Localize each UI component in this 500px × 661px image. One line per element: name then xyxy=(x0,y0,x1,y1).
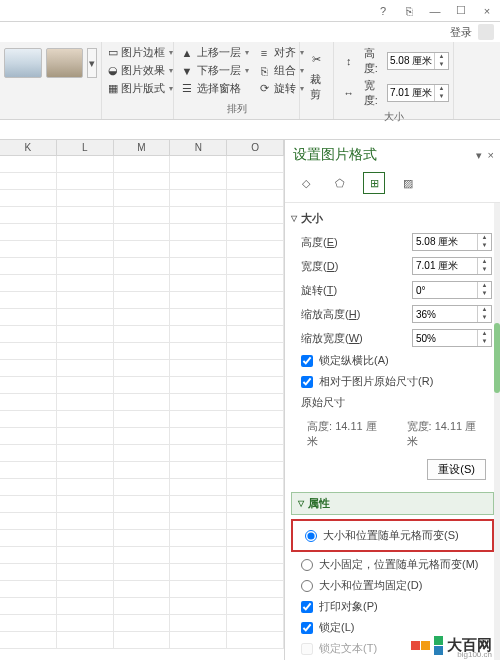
tab-fill-icon[interactable]: ◇ xyxy=(295,172,317,194)
size-section-header[interactable]: 大小 xyxy=(291,207,494,230)
group-icon: ⎘ xyxy=(257,64,271,78)
height-up[interactable]: ▲ xyxy=(435,53,448,61)
table-row[interactable] xyxy=(0,241,284,258)
ribbon-group-arrange: ▲上移一层▾ ▼下移一层▾ ☰选择窗格 ≡对齐▾ ⎘组合▾ ⟳旋转▾ 排列 xyxy=(174,42,300,119)
pane-height-spinner[interactable]: ▲▼ xyxy=(412,233,492,251)
col-l[interactable]: L xyxy=(57,140,114,155)
table-row[interactable] xyxy=(0,462,284,479)
pane-scalew-spinner[interactable]: ▲▼ xyxy=(412,329,492,347)
layout-icon: ▦ xyxy=(108,82,118,96)
picture-effects-button[interactable]: ◒图片效果▾ xyxy=(106,62,169,79)
option-move-and-size[interactable]: 大小和位置随单元格而变(S) xyxy=(295,525,490,546)
table-row[interactable] xyxy=(0,513,284,530)
table-row[interactable] xyxy=(0,615,284,632)
pane-scaleh-label: 缩放高度(H) xyxy=(301,307,360,322)
align-button[interactable]: ≡对齐▾ xyxy=(255,44,306,61)
table-row[interactable] xyxy=(0,496,284,513)
col-k[interactable]: K xyxy=(0,140,57,155)
col-o[interactable]: O xyxy=(227,140,284,155)
crop-button[interactable]: ✂ 裁剪 xyxy=(304,44,329,102)
width-down[interactable]: ▼ xyxy=(435,93,448,101)
pane-width-spinner[interactable]: ▲▼ xyxy=(412,257,492,275)
table-row[interactable] xyxy=(0,377,284,394)
bring-forward-button[interactable]: ▲上移一层▾ xyxy=(178,44,251,61)
send-backward-button[interactable]: ▼下移一层▾ xyxy=(178,62,251,79)
properties-section-header[interactable]: ▽属性 xyxy=(291,492,494,515)
pane-close-button[interactable]: × xyxy=(488,149,494,162)
table-row[interactable] xyxy=(0,581,284,598)
style-thumb-1[interactable] xyxy=(4,48,42,78)
ribbon-group-crop: ✂ 裁剪 xyxy=(300,42,334,119)
worksheet[interactable]: K L M N O xyxy=(0,140,285,660)
table-row[interactable] xyxy=(0,632,284,649)
pane-scaleh-spinner[interactable]: ▲▼ xyxy=(412,305,492,323)
table-row[interactable] xyxy=(0,394,284,411)
table-row[interactable] xyxy=(0,309,284,326)
lock-aspect-checkbox[interactable]: 锁定纵横比(A) xyxy=(291,350,494,371)
ribbon: ▾ ▭图片边框▾ ◒图片效果▾ ▦图片版式▾ ▲上移一层▾ ▼下移一层▾ ☰选择… xyxy=(0,42,500,120)
height-down[interactable]: ▼ xyxy=(435,61,448,69)
table-row[interactable] xyxy=(0,343,284,360)
height-spinner[interactable]: ▲▼ xyxy=(387,52,449,70)
locked-checkbox[interactable]: 锁定(L) xyxy=(291,617,494,638)
pane-scrollbar[interactable] xyxy=(494,203,500,660)
width-input[interactable] xyxy=(388,88,434,99)
table-row[interactable] xyxy=(0,564,284,581)
table-row[interactable] xyxy=(0,326,284,343)
table-row[interactable] xyxy=(0,207,284,224)
login-link[interactable]: 登录 xyxy=(450,25,472,40)
minimize-button[interactable]: — xyxy=(426,2,444,20)
table-row[interactable] xyxy=(0,275,284,292)
table-row[interactable] xyxy=(0,547,284,564)
height-label: 高度: xyxy=(364,46,383,76)
picture-border-button[interactable]: ▭图片边框▾ xyxy=(106,44,169,61)
width-spinner[interactable]: ▲▼ xyxy=(387,84,449,102)
col-m[interactable]: M xyxy=(114,140,171,155)
highlighted-option: 大小和位置随单元格而变(S) xyxy=(291,519,494,552)
tab-picture-icon[interactable]: ▨ xyxy=(397,172,419,194)
table-row[interactable] xyxy=(0,428,284,445)
height-icon: ↕ xyxy=(338,55,360,67)
table-row[interactable] xyxy=(0,360,284,377)
avatar[interactable] xyxy=(478,24,494,40)
table-row[interactable] xyxy=(0,598,284,615)
picture-layout-button[interactable]: ▦图片版式▾ xyxy=(106,80,169,97)
relative-original-checkbox[interactable]: 相对于图片原始尺寸(R) xyxy=(291,371,494,392)
table-row[interactable] xyxy=(0,258,284,275)
reset-button[interactable]: 重设(S) xyxy=(427,459,486,480)
table-row[interactable] xyxy=(0,479,284,496)
style-gallery-expand[interactable]: ▾ xyxy=(87,48,97,78)
option-move-only[interactable]: 大小固定，位置随单元格而变(M) xyxy=(291,554,494,575)
table-row[interactable] xyxy=(0,445,284,462)
tab-effects-icon[interactable]: ⬠ xyxy=(329,172,351,194)
selection-pane-button[interactable]: ☰选择窗格 xyxy=(178,80,251,97)
height-input[interactable] xyxy=(388,56,434,67)
print-object-checkbox[interactable]: 打印对象(P) xyxy=(291,596,494,617)
ribbon-group-size: ↕ 高度: ▲▼ ↔ 宽度: ▲▼ 大小 xyxy=(334,42,454,119)
style-thumb-2[interactable] xyxy=(46,48,84,78)
pane-rotation-label: 旋转(T) xyxy=(301,283,337,298)
ribbon-group-styles: ▾ xyxy=(0,42,102,119)
width-up[interactable]: ▲ xyxy=(435,85,448,93)
ribbon-options-button[interactable]: ⎘ xyxy=(400,2,418,20)
bring-forward-icon: ▲ xyxy=(180,46,194,60)
table-row[interactable] xyxy=(0,190,284,207)
table-row[interactable] xyxy=(0,530,284,547)
column-headers: K L M N O xyxy=(0,140,284,156)
col-n[interactable]: N xyxy=(170,140,227,155)
close-button[interactable]: × xyxy=(478,2,496,20)
table-row[interactable] xyxy=(0,156,284,173)
pane-options-button[interactable]: ▾ xyxy=(476,149,482,162)
table-row[interactable] xyxy=(0,224,284,241)
rotate-button[interactable]: ⟳旋转▾ xyxy=(255,80,306,97)
table-row[interactable] xyxy=(0,173,284,190)
table-row[interactable] xyxy=(0,292,284,309)
group-button[interactable]: ⎘组合▾ xyxy=(255,62,306,79)
table-row[interactable] xyxy=(0,411,284,428)
option-dont-move[interactable]: 大小和位置均固定(D) xyxy=(291,575,494,596)
pane-rotation-spinner[interactable]: ▲▼ xyxy=(412,281,492,299)
tab-size-icon[interactable]: ⊞ xyxy=(363,172,385,194)
help-button[interactable]: ? xyxy=(374,2,392,20)
maximize-button[interactable]: ☐ xyxy=(452,2,470,20)
border-icon: ▭ xyxy=(108,46,118,60)
